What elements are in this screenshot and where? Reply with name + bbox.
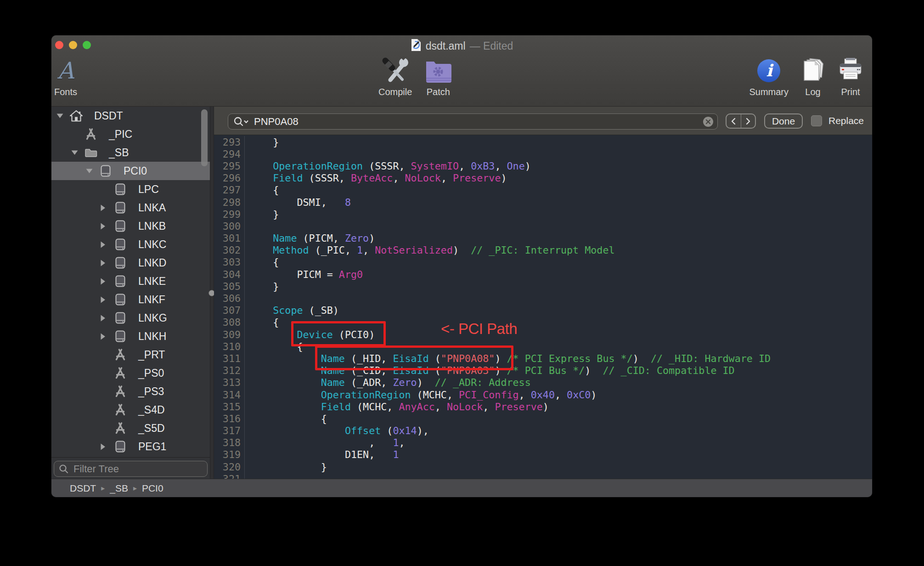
chevron-right-icon[interactable] xyxy=(101,437,106,456)
line-number: 299 xyxy=(214,208,245,220)
sidebar-item-lnkh[interactable]: LNKH xyxy=(51,327,210,345)
chevron-right-icon[interactable] xyxy=(101,272,106,290)
chevron-right-icon[interactable] xyxy=(101,309,106,327)
line-number: 298 xyxy=(214,196,245,208)
done-button[interactable]: Done xyxy=(764,113,803,129)
line-number: 312 xyxy=(214,365,245,377)
find-previous-button[interactable] xyxy=(727,114,741,128)
sidebar-item-label: LNKF xyxy=(138,290,165,309)
filter-tree-input[interactable] xyxy=(73,463,207,475)
search-field[interactable] xyxy=(228,113,718,130)
compile-button[interactable]: Compile xyxy=(378,57,412,97)
line-number: 306 xyxy=(214,292,245,304)
sidebar-item-_s5d[interactable]: _S5D xyxy=(51,419,210,437)
sidebar-item-label: _PIC xyxy=(109,125,132,143)
search-input[interactable] xyxy=(253,115,703,128)
sidebar-item-lnkb[interactable]: LNKB xyxy=(51,217,210,235)
line-content: Name (_ADR, Zero) // _ADR: Address xyxy=(245,377,872,388)
sidebar-item-lnkd[interactable]: LNKD xyxy=(51,254,210,272)
breadcrumb-item-dsdt[interactable]: DSDT xyxy=(70,483,96,494)
sidebar-item-lnka[interactable]: LNKA xyxy=(51,198,210,217)
code-line-320: 320 } xyxy=(214,461,872,473)
patch-label: Patch xyxy=(427,87,450,97)
window-title: dsdt.aml — Edited xyxy=(51,39,872,53)
sidebar-item-_ps3[interactable]: _PS3 xyxy=(51,382,210,401)
chevron-right-icon[interactable] xyxy=(101,327,106,345)
sidebar-item-_ps0[interactable]: _PS0 xyxy=(51,364,210,382)
line-number: 309 xyxy=(214,328,245,340)
sidebar-item-lnkf[interactable]: LNKF xyxy=(51,290,210,309)
fonts-button[interactable]: AFonts xyxy=(54,57,77,97)
sidebar-item-pci0[interactable]: PCI0 xyxy=(51,162,210,180)
filter-field[interactable] xyxy=(54,461,208,477)
sidebar-item-lnkc[interactable]: LNKC xyxy=(51,235,210,254)
sidebar-item-label: LNKA xyxy=(138,198,166,217)
fonts-icon: A xyxy=(57,57,74,85)
sidebar-item-dsdt[interactable]: DSDT xyxy=(51,107,210,125)
code-line-304: 304 PICM = Arg0 xyxy=(214,268,872,280)
line-number: 315 xyxy=(214,401,245,413)
line-number: 313 xyxy=(214,377,245,389)
log-button[interactable]: Log xyxy=(800,57,826,97)
replace-checkbox[interactable] xyxy=(811,115,822,126)
line-content: } xyxy=(245,209,872,220)
line-number: 301 xyxy=(214,232,245,244)
line-content: { xyxy=(245,256,872,268)
line-number: 318 xyxy=(214,437,245,449)
device-icon xyxy=(114,275,127,288)
sidebar-item-_s4d[interactable]: _S4D xyxy=(51,401,210,419)
line-content: } xyxy=(245,281,872,292)
sidebar-item-_pic[interactable]: _PIC xyxy=(51,125,210,143)
sidebar-item-peg1[interactable]: PEG1 xyxy=(51,437,210,456)
search-icon[interactable] xyxy=(233,116,249,127)
chevron-down-icon[interactable] xyxy=(56,107,63,125)
code-lines: 293 }294295 OperationRegion (SSSR, Syste… xyxy=(214,136,872,479)
chevron-down-icon[interactable] xyxy=(71,143,78,162)
sidebar-item-lnkg[interactable]: LNKG xyxy=(51,309,210,327)
line-number: 316 xyxy=(214,413,245,424)
sidebar-item-_prt[interactable]: _PRT xyxy=(51,345,210,364)
chevron-right-icon[interactable] xyxy=(101,254,106,272)
device-icon xyxy=(114,220,127,232)
breadcrumb-item-pci0[interactable]: PCI0 xyxy=(142,483,163,494)
sidebar-item-lnke[interactable]: LNKE xyxy=(51,272,210,290)
clear-search-icon[interactable] xyxy=(703,116,714,127)
toolbar-right: iSummaryLogPrint xyxy=(749,57,864,97)
code-editor[interactable]: 293 }294295 OperationRegion (SSSR, Syste… xyxy=(214,135,872,479)
sidebar-item-label: LNKE xyxy=(138,272,166,290)
breadcrumb-item-_sb[interactable]: _SB xyxy=(110,483,128,494)
code-line-313: 313 Name (_ADR, Zero) // _ADR: Address xyxy=(214,377,872,389)
code-line-297: 297 { xyxy=(214,184,872,196)
code-line-308: 308 { xyxy=(214,317,872,328)
sidebar-item-label: LNKG xyxy=(138,309,167,327)
line-content: Method (_PIC, 1, NotSerialized) // _PIC:… xyxy=(245,244,872,256)
line-content: } xyxy=(245,461,872,473)
device-icon xyxy=(114,293,127,306)
chevron-right-icon[interactable] xyxy=(101,217,106,235)
print-button[interactable]: Print xyxy=(837,57,864,97)
find-next-button[interactable] xyxy=(741,114,755,128)
chevron-down-icon[interactable] xyxy=(86,162,93,180)
patch-button[interactable]: Patch xyxy=(424,57,452,97)
sidebar-item-lpc[interactable]: LPC xyxy=(51,180,210,198)
chevron-right-icon[interactable] xyxy=(101,290,106,309)
sidebar-item-label: _SB xyxy=(109,143,129,162)
log-label: Log xyxy=(805,87,820,97)
line-content: Scope (_SB) xyxy=(245,305,872,316)
sidebar-scrollbar[interactable] xyxy=(201,109,208,166)
code-line-307: 307 Scope (_SB) xyxy=(214,305,872,317)
breadcrumb-separator-icon: ▸ xyxy=(101,484,105,492)
method-icon xyxy=(85,128,97,141)
summary-button[interactable]: iSummary xyxy=(749,57,789,97)
replace-label[interactable]: Replace xyxy=(828,107,864,135)
line-content: } xyxy=(245,136,872,148)
house-icon xyxy=(70,109,83,122)
filter-search-icon xyxy=(59,464,69,474)
split-divider[interactable] xyxy=(210,107,214,479)
chevron-right-icon[interactable] xyxy=(101,235,106,254)
line-content: { xyxy=(245,341,872,352)
sidebar-item-_sb[interactable]: _SB xyxy=(51,143,210,162)
sidebar: DSDT_PIC_SBPCI0LPCLNKALNKBLNKCLNKDLNKELN… xyxy=(51,107,210,479)
sidebar-tree: DSDT_PIC_SBPCI0LPCLNKALNKBLNKCLNKDLNKELN… xyxy=(51,107,210,457)
chevron-right-icon[interactable] xyxy=(101,198,106,217)
